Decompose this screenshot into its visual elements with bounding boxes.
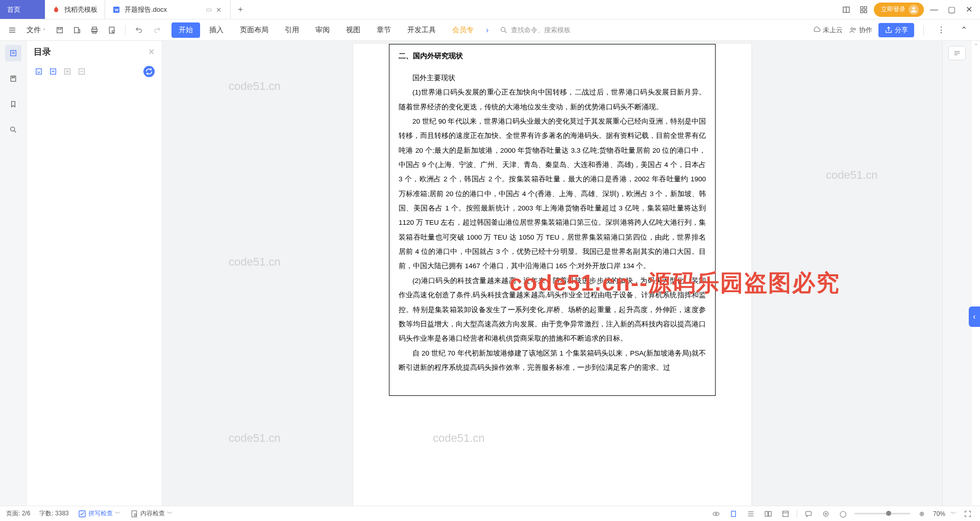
body-paragraph: 自 20 世纪 70 年代初新加坡港修建了该地区第 1 个集装箱码头以来，PSA… [399, 346, 706, 375]
more-icon[interactable]: ⋮ [933, 22, 949, 38]
tab-label: 找稻壳模板 [64, 5, 97, 14]
comment-icon[interactable] [802, 508, 815, 520]
svg-point-41 [134, 514, 136, 516]
right-rail [942, 41, 971, 506]
cloud-status[interactable]: 未上云 [813, 26, 843, 35]
tab-templates[interactable]: 找稻壳模板 [45, 0, 105, 19]
body-paragraph: 20 世纪 90 年代以来，世界港口码头业最大的变化莫过于其发展重心已经向亚洲，… [399, 114, 706, 274]
status-bar: 页面: 2/6 字数: 3383 拼写检查 ﹀ 内容检查 ﹀ ◯ ⊕ 70% ﹀ [0, 506, 980, 521]
content-check[interactable]: 内容检查 ﹀ [130, 509, 173, 518]
tab-dev[interactable]: 开发工具 [400, 22, 443, 38]
tab-label: 开题报告.docx [125, 5, 167, 14]
zoom-out-icon[interactable]: ◯ [837, 508, 849, 520]
svg-text:W: W [115, 8, 119, 12]
hamburger-icon[interactable] [4, 22, 20, 38]
minimize-icon[interactable]: — [927, 3, 941, 17]
body-paragraph: (2)港口码头的科技含量越来越高，近年来，随着科技进步步伐的加快，为码头大型化、… [399, 274, 706, 346]
svg-rect-6 [861, 10, 863, 13]
new-tab-button[interactable]: ＋ [231, 0, 250, 19]
collapse-all-icon[interactable] [34, 66, 44, 77]
svg-rect-49 [769, 511, 771, 516]
layout-icon[interactable] [839, 3, 853, 17]
svg-point-54 [825, 513, 827, 514]
preview-icon[interactable] [104, 22, 120, 38]
zoom-slider[interactable] [854, 513, 911, 514]
eye-icon[interactable] [710, 508, 722, 520]
collab-button[interactable]: 协作 [849, 26, 872, 35]
scrollbar-rail[interactable]: ⌃ [971, 41, 980, 506]
svg-rect-7 [864, 10, 867, 13]
spell-check[interactable]: 拼写检查 ﹀ [78, 509, 121, 518]
svg-rect-52 [806, 511, 812, 515]
chevron-up-icon[interactable]: ⌃ [971, 43, 980, 49]
svg-point-53 [823, 511, 828, 516]
chevron-right-icon[interactable]: › [483, 26, 492, 35]
close-icon[interactable]: ✕ [148, 47, 155, 57]
grid-icon[interactable] [856, 3, 871, 17]
zoom-thumb[interactable] [886, 511, 891, 516]
tab-ref[interactable]: 引用 [278, 22, 306, 38]
collapse-icon[interactable]: ⌃ [955, 22, 972, 38]
cloud-icon [813, 26, 821, 34]
close-icon[interactable]: ✕ [216, 6, 223, 13]
toc-rail-icon[interactable] [5, 45, 21, 61]
menu-bar: 文件 开始 插入 页面布局 引用 审阅 视图 章节 开发工具 会员专 › 查找命… [0, 19, 980, 41]
svg-point-21 [851, 28, 853, 30]
svg-point-22 [854, 28, 855, 30]
login-button[interactable]: 立即登录 [874, 3, 924, 17]
share-icon [885, 26, 893, 34]
tab-review[interactable]: 审阅 [308, 22, 337, 38]
settings-icon[interactable] [820, 508, 832, 520]
web-view-icon[interactable] [779, 508, 792, 520]
tab-start[interactable]: 开始 [172, 22, 200, 38]
flame-icon [52, 6, 60, 14]
page-view-icon[interactable] [727, 508, 740, 520]
tab-chapter[interactable]: 章节 [370, 22, 398, 38]
side-drawer-handle[interactable]: ‹ [969, 306, 980, 327]
bookmark-rail-icon[interactable] [5, 70, 21, 87]
page-indicator[interactable]: 页面: 2/6 [6, 509, 30, 518]
search-input[interactable]: 查找命令、搜索模板 [500, 26, 571, 35]
svg-point-27 [10, 127, 14, 131]
redo-icon[interactable] [149, 22, 165, 38]
zoom-in-icon[interactable]: ⊕ [916, 508, 928, 520]
svg-point-43 [716, 513, 717, 514]
share-button[interactable]: 分享 [878, 23, 914, 37]
toggle-panel-icon[interactable] [948, 46, 966, 60]
tab-view[interactable]: 视图 [339, 22, 368, 38]
save-icon[interactable] [52, 22, 68, 38]
svg-point-8 [912, 7, 915, 9]
toc-title: 目录 [34, 46, 51, 58]
search-rail-icon[interactable] [5, 122, 21, 138]
body-paragraph: (1)世界港口码头发展的重心正在加快向中国转移，二战过后，世界港口码头发展日新月… [399, 85, 706, 114]
print-icon[interactable] [86, 22, 103, 38]
zoom-level[interactable]: 70% [933, 510, 945, 517]
fullscreen-icon[interactable] [962, 508, 974, 520]
left-rail [0, 41, 27, 506]
tab-layout[interactable]: 页面布局 [233, 22, 276, 38]
window-icon[interactable]: ▭ [206, 6, 212, 13]
word-count[interactable]: 字数: 3383 [39, 509, 68, 518]
document-viewport[interactable]: code51.cn code51.cn code51.cn code51.cn … [162, 41, 942, 506]
expand-all-icon[interactable] [48, 66, 58, 77]
reading-view-icon[interactable] [762, 508, 774, 520]
export-icon[interactable] [69, 22, 85, 38]
remove-toc-icon[interactable] [77, 66, 87, 77]
svg-rect-13 [75, 27, 79, 33]
svg-rect-12 [57, 27, 63, 33]
window-close-icon[interactable]: ✕ [962, 3, 976, 17]
tab-vip[interactable]: 会员专 [445, 22, 481, 38]
refresh-toc-icon[interactable] [143, 66, 155, 77]
tag-rail-icon[interactable] [5, 96, 21, 112]
tab-insert[interactable]: 插入 [202, 22, 231, 38]
maximize-icon[interactable]: ▢ [944, 3, 959, 17]
tab-document[interactable]: W 开题报告.docx ▭ ✕ [105, 0, 230, 19]
file-menu[interactable]: 文件 [22, 26, 50, 35]
chevron-down-icon[interactable]: ﹀ [950, 509, 957, 518]
chevron-down-icon [43, 26, 45, 34]
add-toc-icon[interactable] [62, 66, 72, 77]
undo-icon[interactable] [131, 22, 147, 38]
svg-point-42 [713, 512, 719, 515]
outline-view-icon[interactable] [745, 508, 757, 520]
tab-home[interactable]: 首页 [0, 0, 45, 19]
